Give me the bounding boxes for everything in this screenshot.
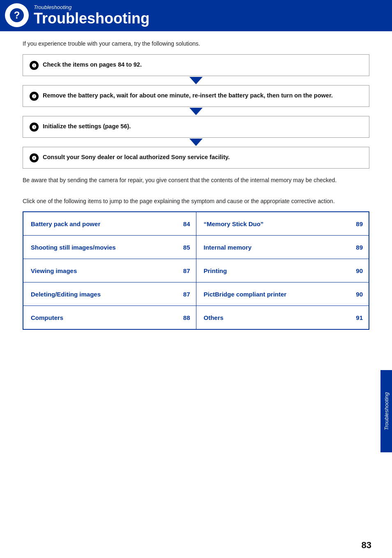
nav-cell-right-2[interactable]: Printing 90 (196, 259, 369, 282)
table-row: Shooting still images/movies 85 Internal… (23, 236, 369, 259)
step-3: ❸ Initialize the settings (page 56). (23, 116, 369, 137)
nav-page-left-2: 87 (179, 267, 190, 274)
nav-page-right-2: 90 (351, 267, 363, 274)
nav-page-left-0: 84 (179, 220, 190, 227)
nav-cell-left-2[interactable]: Viewing images 87 (23, 259, 196, 282)
arrow-2 (23, 107, 369, 116)
header-text-block: Troubleshooting Troubleshooting (34, 4, 150, 27)
page-header: ? Troubleshooting Troubleshooting (0, 0, 392, 31)
step-2-number: ❷ (30, 92, 39, 101)
step-4-text: Consult your Sony dealer or local author… (43, 153, 230, 161)
nav-page-right-3: 90 (351, 291, 363, 298)
step-1-box: ❶ Check the items on pages 84 to 92. (23, 54, 369, 76)
header-title: Troubleshooting (34, 10, 150, 27)
step-1-number: ❶ (30, 61, 39, 70)
main-content: If you experience trouble with your came… (0, 31, 392, 338)
nav-cell-left-1[interactable]: Shooting still images/movies 85 (23, 236, 196, 259)
nav-label-right-1: Internal memory (204, 244, 352, 251)
nav-label-left-4: Computers (31, 314, 179, 321)
table-row: Viewing images 87 Printing 90 (23, 259, 369, 282)
nav-label-right-4: Others (204, 314, 352, 321)
step-4: ❹ Consult your Sony dealer or local auth… (23, 147, 369, 168)
arrow-1 (23, 76, 369, 85)
svg-text:?: ? (14, 9, 20, 21)
arrow-3 (23, 138, 369, 147)
nav-cell-right-4[interactable]: Others 91 (196, 306, 369, 330)
nav-cell-left-4[interactable]: Computers 88 (23, 306, 196, 330)
step-3-text: Initialize the settings (page 56). (43, 122, 131, 130)
nav-page-right-4: 91 (351, 314, 363, 321)
step-2: ❷ Remove the battery pack, wait for abou… (23, 86, 369, 107)
navigation-table: Battery pack and power 84 “Memory Stick … (23, 211, 369, 330)
step-4-number: ❹ (30, 153, 39, 162)
nav-cell-right-1[interactable]: Internal memory 89 (196, 236, 369, 259)
nav-label-right-2: Printing (204, 267, 352, 274)
step-3-box: ❸ Initialize the settings (page 56). (23, 116, 369, 138)
nav-cell-left-0[interactable]: Battery pack and power 84 (23, 212, 196, 236)
step-3-number: ❸ (30, 123, 39, 132)
nav-page-right-1: 89 (351, 244, 363, 251)
table-row: Deleting/Editing images 87 PictBridge co… (23, 282, 369, 306)
nav-label-left-0: Battery pack and power (31, 220, 179, 227)
nav-cell-right-0[interactable]: “Memory Stick Duo” 89 (196, 212, 369, 236)
nav-cell-right-3[interactable]: PictBridge compliant printer 90 (196, 282, 369, 306)
table-row: Battery pack and power 84 “Memory Stick … (23, 212, 369, 236)
step-4-box: ❹ Consult your Sony dealer or local auth… (23, 147, 369, 169)
table-section: Click one of the following items to jump… (23, 197, 369, 330)
step-2-box: ❷ Remove the battery pack, wait for abou… (23, 85, 369, 107)
intro-text: If you experience trouble with your came… (23, 40, 369, 47)
nav-page-left-1: 85 (179, 244, 190, 251)
nav-cell-left-3[interactable]: Deleting/Editing images 87 (23, 282, 196, 306)
sidebar-label-text: Troubleshooting (383, 392, 390, 430)
step-1-text: Check the items on pages 84 to 92. (43, 60, 142, 69)
nav-page-left-3: 87 (179, 291, 190, 298)
header-icon: ? (5, 3, 29, 27)
nav-label-left-3: Deleting/Editing images (31, 291, 179, 298)
nav-label-right-3: PictBridge compliant printer (204, 291, 352, 298)
question-mark-icon: ? (9, 8, 24, 23)
step-1: ❶ Check the items on pages 84 to 92. (23, 55, 369, 76)
nav-page-left-4: 88 (179, 314, 190, 321)
nav-label-right-0: “Memory Stick Duo” (204, 220, 352, 227)
table-row: Computers 88 Others 91 (23, 306, 369, 330)
nav-label-left-1: Shooting still images/movies (31, 244, 179, 251)
page-number: 83 (362, 540, 371, 551)
nav-label-left-2: Viewing images (31, 267, 179, 274)
sidebar-label: Troubleshooting (380, 370, 392, 452)
table-intro-text: Click one of the following items to jump… (23, 197, 369, 206)
header-subtitle: Troubleshooting (34, 4, 150, 10)
nav-page-right-0: 89 (351, 220, 363, 227)
consent-text: Be aware that by sending the camera for … (23, 176, 369, 185)
steps-list: ❶ Check the items on pages 84 to 92. ❷ R… (23, 54, 369, 169)
step-2-text: Remove the battery pack, wait for about … (43, 91, 333, 100)
